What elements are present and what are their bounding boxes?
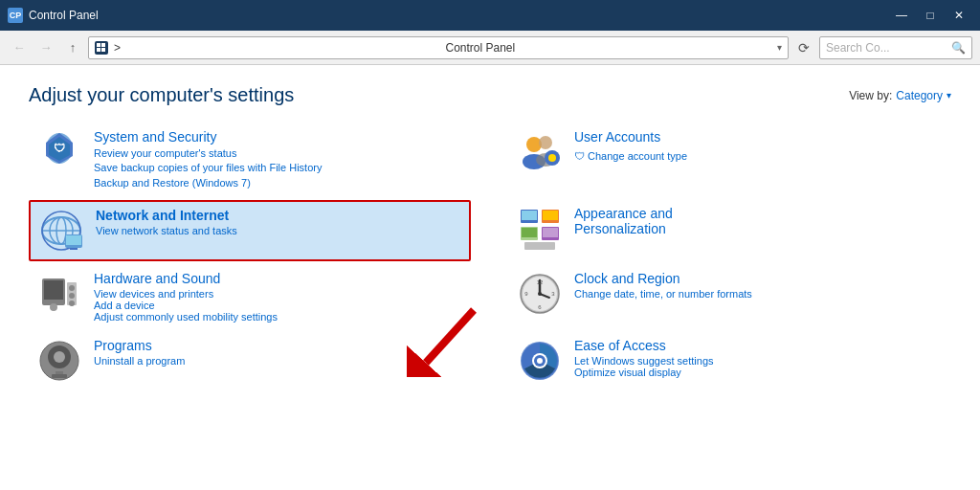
view-devices-link[interactable]: View devices and printers	[94, 288, 463, 300]
network-status-link[interactable]: View network status and tasks	[96, 225, 461, 236]
svg-rect-23	[522, 211, 537, 220]
system-security-icon: 🛡	[36, 129, 82, 175]
page-header: Adjust your computer's settings View by:…	[29, 84, 951, 106]
svg-rect-50	[56, 371, 63, 374]
change-account-type-link[interactable]: 🛡 Change account type	[574, 150, 687, 162]
svg-point-49	[54, 351, 65, 363]
appearance-icon	[517, 206, 563, 252]
svg-rect-21	[70, 248, 78, 250]
svg-point-37	[69, 301, 75, 306]
search-placeholder: Search Co...	[826, 41, 947, 55]
categories-grid: 🛡 System and Security Review your comput…	[29, 123, 951, 390]
programs-text: Programs Uninstall a program	[94, 338, 463, 367]
title-bar-left: CP Control Panel	[8, 8, 99, 23]
svg-rect-51	[52, 374, 67, 378]
uninstall-link[interactable]: Uninstall a program	[94, 355, 463, 367]
svg-rect-20	[66, 235, 81, 245]
minimize-button[interactable]: —	[888, 6, 915, 25]
hardware-sound-icon	[36, 271, 82, 317]
category-user-accounts: User Accounts 🛡 Change account type	[509, 123, 951, 196]
address-dropdown[interactable]: ▾	[777, 42, 782, 53]
hardware-sound-link[interactable]: Hardware and Sound	[94, 271, 463, 286]
control-panel-icon: CP	[8, 8, 23, 23]
title-bar-controls: — □ ✕	[888, 6, 972, 25]
svg-text:🛡: 🛡	[54, 142, 65, 155]
network-internet-text: Network and Internet View network status…	[96, 208, 461, 236]
back-button[interactable]: ←	[8, 36, 31, 59]
svg-point-36	[69, 293, 75, 299]
svg-rect-1	[101, 43, 105, 47]
category-clock-region: 12 3 6 9 Clock and Region Change date, t…	[509, 265, 951, 328]
hardware-sound-text: Hardware and Sound View devices and prin…	[94, 271, 463, 323]
ease-access-link[interactable]: Ease of Access	[574, 338, 944, 353]
search-icon[interactable]: 🔍	[951, 41, 966, 55]
category-ease-access: Ease of Access Let Windows suggest setti…	[509, 332, 951, 390]
close-button[interactable]: ✕	[946, 6, 972, 25]
view-by-arrow[interactable]: ▾	[947, 90, 951, 100]
svg-point-33	[50, 303, 57, 311]
svg-rect-2	[97, 48, 100, 52]
svg-rect-32	[44, 280, 63, 300]
svg-rect-3	[101, 48, 105, 52]
svg-rect-25	[543, 211, 558, 220]
user-accounts-text: User Accounts 🛡 Change account type	[574, 129, 944, 164]
search-field[interactable]: Search Co... 🔍	[819, 36, 972, 59]
address-separator: >	[114, 41, 440, 55]
address-field[interactable]: > Control Panel ▾	[88, 36, 789, 59]
maximize-button[interactable]: □	[917, 6, 944, 25]
programs-link[interactable]: Programs	[94, 338, 463, 353]
clock-region-icon: 12 3 6 9	[517, 271, 563, 317]
add-device-link[interactable]: Add a device	[94, 300, 463, 311]
title-bar: CP Control Panel — □ ✕	[0, 0, 980, 31]
change-date-link[interactable]: Change date, time, or number formats	[574, 288, 944, 300]
svg-point-56	[537, 358, 543, 364]
page-title: Adjust your computer's settings	[29, 84, 294, 106]
svg-rect-0	[97, 43, 100, 47]
clock-region-link[interactable]: Clock and Region	[574, 271, 944, 286]
svg-point-35	[69, 285, 75, 291]
appearance-text: Appearance andPersonalization	[574, 206, 944, 238]
appearance-link[interactable]: Appearance andPersonalization	[574, 206, 944, 236]
view-by-control[interactable]: View by: Category ▾	[849, 89, 951, 102]
windows-suggest-link[interactable]: Let Windows suggest settings	[574, 355, 944, 367]
up-button[interactable]: ↑	[61, 36, 84, 59]
svg-rect-30	[524, 242, 555, 250]
ease-access-text: Ease of Access Let Windows suggest setti…	[574, 338, 944, 378]
main-content: Adjust your computer's settings View by:…	[0, 65, 980, 409]
view-by-label: View by:	[849, 89, 892, 102]
svg-point-13	[548, 154, 556, 162]
svg-rect-29	[543, 228, 558, 237]
category-hardware-sound: Hardware and Sound View devices and prin…	[29, 265, 471, 328]
network-internet-link[interactable]: Network and Internet	[96, 208, 461, 223]
category-network-internet: Network and Internet View network status…	[29, 200, 471, 261]
optimize-display-link[interactable]: Optimize visual display	[574, 367, 944, 378]
forward-button[interactable]: →	[34, 36, 57, 59]
system-security-desc: Review your computer's status Save backu…	[94, 146, 463, 190]
ease-access-icon	[517, 338, 563, 384]
view-by-value[interactable]: Category	[896, 89, 943, 102]
svg-point-9	[539, 136, 552, 149]
title-bar-title: Control Panel	[29, 9, 99, 22]
network-internet-icon	[38, 208, 84, 254]
address-bar: ← → ↑ > Control Panel ▾ ⟳ Search Co... 🔍	[0, 31, 980, 65]
category-appearance: Appearance andPersonalization	[509, 200, 951, 261]
address-path: Control Panel	[446, 41, 772, 55]
programs-icon	[36, 338, 82, 384]
system-security-text: System and Security Review your computer…	[94, 129, 463, 190]
svg-text:12: 12	[537, 279, 544, 285]
system-security-link[interactable]: System and Security	[94, 129, 463, 145]
user-accounts-link[interactable]: User Accounts	[574, 129, 944, 145]
mobility-settings-link[interactable]: Adjust commonly used mobility settings	[94, 311, 463, 323]
category-programs: Programs Uninstall a program	[29, 332, 471, 390]
svg-rect-27	[522, 228, 537, 237]
address-bar-icon	[95, 41, 108, 55]
clock-region-text: Clock and Region Change date, time, or n…	[574, 271, 944, 300]
refresh-button[interactable]: ⟳	[792, 36, 815, 59]
user-accounts-icon	[517, 129, 563, 175]
category-system-security: 🛡 System and Security Review your comput…	[29, 123, 471, 196]
content-wrapper: 🛡 System and Security Review your comput…	[29, 123, 951, 390]
